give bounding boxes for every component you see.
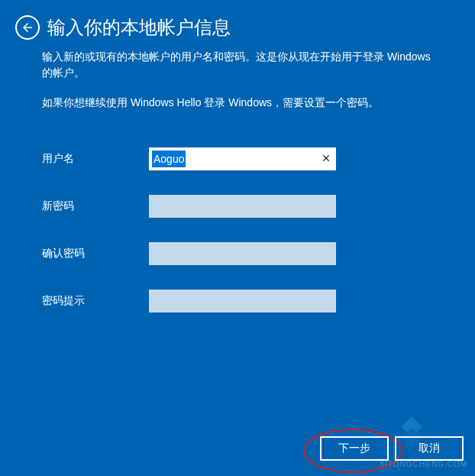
new-password-row: 新密码 xyxy=(42,195,433,218)
new-password-input[interactable] xyxy=(149,195,336,218)
next-button[interactable]: 下一步 xyxy=(320,436,389,461)
confirm-password-label: 确认密码 xyxy=(42,247,149,261)
password-hint-row: 密码提示 xyxy=(42,290,433,312)
watermark-text: XITONGCHENG.COM xyxy=(380,460,467,468)
description-line-1: 输入新的或现有的本地帐户的用户名和密码。这是你从现在开始用于登录 Windows… xyxy=(42,49,433,81)
password-hint-label: 密码提示 xyxy=(42,294,149,308)
svg-marker-0 xyxy=(401,416,422,438)
arrow-left-icon xyxy=(21,21,34,34)
username-input[interactable] xyxy=(149,147,336,170)
password-hint-input[interactable] xyxy=(149,290,336,312)
confirm-password-input[interactable] xyxy=(149,242,336,265)
page-title: 输入你的本地帐户信息 xyxy=(47,15,231,40)
button-bar: 下一步 取消 xyxy=(320,436,464,461)
new-password-label: 新密码 xyxy=(42,199,149,213)
close-icon xyxy=(321,153,331,164)
clear-username-button[interactable] xyxy=(321,152,331,166)
form-area: 用户名 Aoguo 新密码 确认密码 密码提示 xyxy=(0,125,475,312)
username-input-wrapper: Aoguo xyxy=(149,147,336,170)
cancel-button[interactable]: 取消 xyxy=(395,436,464,461)
back-button[interactable] xyxy=(15,15,40,40)
confirm-password-row: 确认密码 xyxy=(42,242,433,265)
description-line-2: 如果你想继续使用 Windows Hello 登录 Windows，需要设置一个… xyxy=(42,95,433,111)
description-block: 输入新的或现有的本地帐户的用户名和密码。这是你从现在开始用于登录 Windows… xyxy=(0,49,475,111)
username-label: 用户名 xyxy=(42,152,149,166)
username-row: 用户名 Aoguo xyxy=(42,147,433,170)
